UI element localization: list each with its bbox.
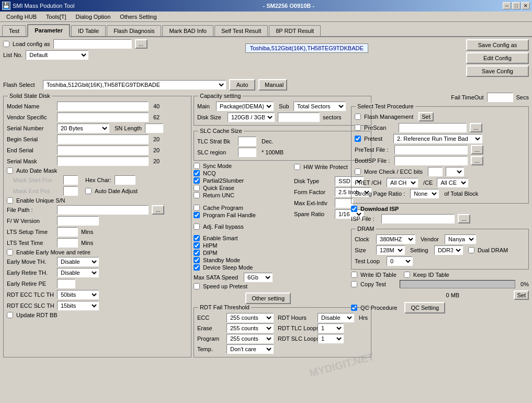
pretest-file-browse[interactable]: ... bbox=[471, 145, 483, 154]
tab-test[interactable]: Test bbox=[2, 25, 26, 36]
size-select[interactable]: 128M bbox=[376, 245, 405, 255]
maximize-button[interactable]: □ bbox=[512, 2, 520, 9]
lts-test-time-input[interactable]: 110 bbox=[57, 238, 78, 248]
flash-management-checkbox[interactable] bbox=[355, 114, 361, 120]
disk-size-select[interactable]: 120GB / 3GB bbox=[228, 113, 275, 122]
mask-start-pos-input[interactable]: 3 bbox=[63, 175, 78, 185]
clock-select[interactable]: 380MHZ bbox=[376, 234, 415, 244]
program-fail-handle-checkbox[interactable] bbox=[194, 212, 200, 218]
slc-region-input[interactable]: 30 bbox=[238, 148, 256, 157]
hex-char-input[interactable] bbox=[115, 175, 135, 185]
dual-dram-checkbox[interactable] bbox=[468, 247, 474, 253]
load-config-browse[interactable]: ... bbox=[135, 39, 148, 49]
strong-page-select[interactable]: None bbox=[410, 189, 439, 198]
tab-self-test-result[interactable]: Self Test Result bbox=[214, 25, 268, 36]
pretest-file-input[interactable]: PTEST2256.bin bbox=[394, 145, 468, 154]
minimize-button[interactable]: ─ bbox=[503, 2, 511, 9]
auto-date-mask-checkbox[interactable] bbox=[7, 167, 13, 174]
rdt-ecc-slc-select[interactable]: 15bits bbox=[57, 301, 99, 310]
quick-erase-checkbox[interactable] bbox=[194, 185, 200, 191]
erase-select[interactable]: 255 counts bbox=[227, 323, 274, 333]
enable-smart-checkbox[interactable] bbox=[194, 235, 200, 241]
isp-browse[interactable]: ... bbox=[458, 214, 470, 223]
update-rdt-bb-checkbox[interactable] bbox=[7, 312, 13, 318]
keep-id-table-checkbox[interactable] bbox=[404, 272, 410, 278]
menu-tools[interactable]: Tools[T] bbox=[42, 13, 71, 21]
download-isp-checkbox[interactable] bbox=[351, 206, 357, 212]
ecc-select[interactable]: 255 counts bbox=[227, 313, 274, 322]
tab-flash-diagnosis[interactable]: Flash Diagnosis bbox=[107, 25, 161, 36]
begin-serial-input[interactable]: AA00000000000001650 bbox=[57, 135, 149, 144]
early-move-th-select[interactable]: Disable bbox=[57, 257, 99, 266]
rdt-tlc-loops-select[interactable]: 1 bbox=[318, 323, 344, 333]
cache-program-checkbox[interactable] bbox=[194, 205, 200, 211]
manual-button[interactable]: Manual bbox=[258, 79, 287, 91]
program-select[interactable]: 255 counts bbox=[227, 334, 274, 343]
fw-version-input[interactable] bbox=[57, 216, 99, 226]
menu-dialog-option[interactable]: Dialog Option bbox=[72, 13, 115, 21]
end-serial-input[interactable]: AA9999999999999999999 bbox=[57, 145, 149, 155]
load-config-checkbox[interactable] bbox=[3, 41, 9, 47]
device-sleep-mode-checkbox[interactable] bbox=[194, 264, 200, 271]
copy-test-set-btn[interactable]: Set bbox=[514, 290, 529, 300]
ncq-checkbox[interactable] bbox=[194, 170, 200, 176]
mask-end-pos-input[interactable]: 10 bbox=[63, 186, 78, 196]
isp-file-input[interactable]: ISP2256.bin bbox=[381, 214, 455, 223]
fail-timeout-input[interactable]: 600 bbox=[487, 93, 513, 102]
serial-mask-input[interactable]: AA################# bbox=[57, 156, 149, 166]
test-loop-select[interactable]: 0 bbox=[387, 256, 413, 266]
menu-config-hub[interactable]: Config HUB bbox=[2, 13, 41, 21]
load-config-input[interactable] bbox=[53, 39, 132, 49]
pretest-select[interactable]: 2. Reference Run Time Bad bbox=[393, 134, 482, 143]
edit-config-button[interactable]: Edit Config bbox=[466, 52, 529, 64]
flash-management-set-btn[interactable]: Set bbox=[418, 112, 434, 121]
qc-setting-button[interactable]: QC Setting bbox=[404, 302, 445, 314]
list-no-select[interactable]: Default bbox=[26, 50, 88, 60]
sn-length-input[interactable]: 20 bbox=[145, 124, 163, 133]
copy-test-checkbox[interactable] bbox=[351, 281, 357, 287]
save-config-button[interactable]: Save Config bbox=[466, 65, 529, 77]
pret-ch-select[interactable]: All CH bbox=[387, 178, 418, 187]
serial-number-select[interactable]: 20 Bytes bbox=[57, 124, 109, 133]
tab-mark-bad-info[interactable]: Mark BAD Info bbox=[162, 25, 213, 36]
capacity-main-select[interactable]: Package(IDEMA) bbox=[216, 102, 274, 111]
temp-select[interactable]: Don't care bbox=[227, 344, 274, 354]
speed-up-pretest-checkbox[interactable] bbox=[194, 283, 200, 289]
return-unc-checkbox[interactable] bbox=[194, 192, 200, 198]
prescan-browse[interactable]: ... bbox=[470, 123, 482, 132]
vendor-select[interactable]: Nanya bbox=[445, 234, 476, 244]
hipm-checkbox[interactable] bbox=[194, 242, 200, 249]
adj-fail-bypass-checkbox[interactable] bbox=[194, 223, 200, 230]
tlc-strat-input[interactable]: 0 bbox=[238, 137, 256, 146]
dipm-checkbox[interactable] bbox=[194, 250, 200, 256]
pret-ce-select[interactable]: All CE bbox=[437, 178, 468, 187]
disk-size-sectors-input[interactable]: 734003200 bbox=[278, 113, 320, 122]
boot-isp-input[interactable]: BootISP2256.bin bbox=[394, 156, 468, 165]
rdt-hours-select[interactable]: Disable bbox=[318, 313, 354, 322]
auto-date-adjust-checkbox[interactable] bbox=[85, 188, 92, 194]
enable-unique-sn-checkbox[interactable] bbox=[7, 197, 13, 204]
file-path-input[interactable] bbox=[57, 205, 149, 215]
max-ext-intlv-input[interactable]: 8 bbox=[335, 198, 353, 208]
enable-early-move-checkbox[interactable] bbox=[7, 249, 13, 255]
tab-8p-rdt-result[interactable]: 8P RDT Result bbox=[269, 25, 321, 36]
vendor-specific-input[interactable]: SMI DISK bbox=[57, 113, 149, 122]
max-sata-speed-select[interactable]: 6Gb bbox=[244, 273, 273, 282]
hw-write-protect-checkbox[interactable] bbox=[294, 164, 300, 170]
save-config-as-button[interactable]: Save Config as bbox=[466, 39, 529, 51]
model-name-input[interactable]: SMI DISK bbox=[57, 102, 149, 111]
partial2slumber-checkbox[interactable] bbox=[194, 177, 200, 184]
auto-button[interactable]: Auto bbox=[229, 79, 255, 91]
lts-setup-time-input[interactable]: 70 bbox=[57, 227, 78, 237]
tab-id-table[interactable]: ID Table bbox=[71, 25, 106, 36]
other-setting-button[interactable]: Other setting bbox=[245, 293, 291, 304]
capacity-sub-select[interactable]: Total Sectors bbox=[293, 102, 346, 111]
standby-mode-checkbox[interactable] bbox=[194, 257, 200, 263]
early-retire-th-select[interactable]: Disable bbox=[57, 268, 99, 277]
rdt-slc-loops-select[interactable]: 1 bbox=[318, 334, 344, 343]
tab-parameter[interactable]: Parameter bbox=[27, 24, 70, 37]
prescan-input[interactable] bbox=[399, 123, 467, 132]
boot-isp-browse[interactable]: ... bbox=[471, 156, 483, 165]
flash-select-dropdown[interactable]: Toshiba,512Gbit(16K),TH58TEG9TDKBADE bbox=[43, 80, 226, 89]
early-retire-pe-input[interactable]: 0 bbox=[57, 279, 75, 288]
